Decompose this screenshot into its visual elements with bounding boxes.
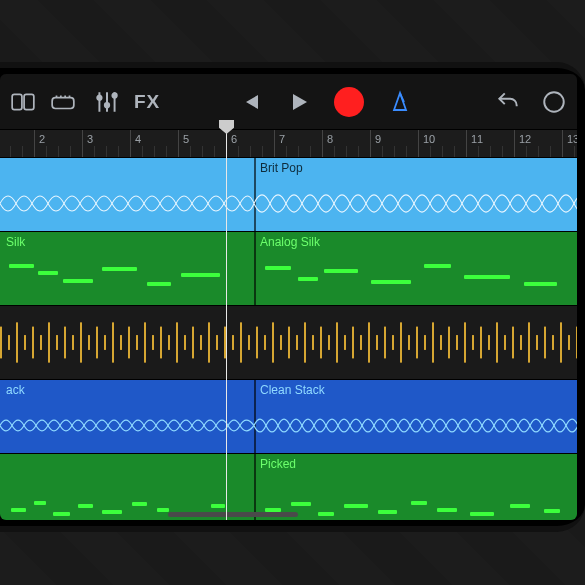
region[interactable]: Silk — [0, 232, 254, 305]
fx-button[interactable]: FX — [134, 91, 160, 113]
svg-rect-66 — [472, 335, 474, 350]
svg-rect-22 — [120, 335, 122, 350]
track-drummer[interactable] — [0, 306, 577, 380]
midi-notes — [4, 260, 250, 297]
region[interactable]: ack — [0, 380, 254, 453]
svg-rect-49 — [336, 322, 338, 362]
svg-point-5 — [112, 93, 116, 97]
svg-rect-53 — [368, 322, 370, 362]
toolbar: FX — [0, 74, 577, 130]
ruler-bar: 5 — [178, 130, 189, 157]
svg-rect-58 — [408, 335, 410, 350]
svg-rect-11 — [32, 327, 34, 359]
svg-rect-46 — [312, 335, 314, 350]
timeline-ruler[interactable]: 12345678910111213 — [0, 130, 577, 158]
region[interactable]: Analog Silk — [254, 232, 577, 305]
ruler-bar: 10 — [418, 130, 435, 157]
previous-icon[interactable] — [238, 90, 262, 114]
midi-notes — [258, 260, 577, 297]
svg-rect-64 — [456, 335, 458, 350]
mixer-icon[interactable] — [94, 89, 120, 115]
svg-rect-61 — [432, 322, 434, 362]
play-icon[interactable] — [286, 90, 310, 114]
svg-rect-57 — [400, 322, 402, 362]
view-toggle-icon[interactable] — [10, 89, 36, 115]
region[interactable]: Clean Stack — [254, 380, 577, 453]
svg-rect-65 — [464, 322, 466, 362]
svg-rect-42 — [280, 335, 282, 350]
playhead[interactable] — [226, 130, 227, 520]
svg-rect-32 — [200, 335, 202, 350]
svg-point-6 — [544, 92, 564, 112]
region-label: ack — [6, 383, 25, 397]
svg-rect-77 — [560, 322, 562, 362]
svg-rect-18 — [88, 335, 90, 350]
svg-rect-34 — [216, 335, 218, 350]
region[interactable]: Brit Pop — [254, 158, 577, 231]
svg-rect-79 — [576, 327, 577, 359]
waveform — [0, 404, 254, 447]
track-picked[interactable]: Picked — [0, 454, 577, 520]
svg-rect-56 — [392, 335, 394, 350]
midi-notes — [258, 482, 577, 519]
svg-rect-44 — [296, 335, 298, 350]
ruler-bar: 8 — [322, 130, 333, 157]
svg-rect-72 — [520, 335, 522, 350]
svg-rect-21 — [112, 322, 114, 362]
svg-rect-14 — [56, 335, 58, 350]
region-label: Silk — [6, 235, 25, 249]
svg-rect-29 — [176, 322, 178, 362]
svg-rect-40 — [264, 335, 266, 350]
svg-point-4 — [105, 103, 109, 107]
svg-rect-62 — [440, 335, 442, 350]
svg-rect-47 — [320, 327, 322, 359]
svg-rect-41 — [272, 322, 274, 362]
svg-rect-13 — [48, 322, 50, 362]
region[interactable]: Picked — [254, 454, 577, 520]
track-analog-silk[interactable]: Silk Analog Silk — [0, 232, 577, 306]
svg-rect-51 — [352, 327, 354, 359]
svg-rect-43 — [288, 327, 290, 359]
instruments-icon[interactable] — [50, 89, 76, 115]
svg-rect-0 — [12, 94, 22, 109]
waveform — [254, 404, 577, 447]
help-icon[interactable] — [541, 89, 567, 115]
svg-rect-30 — [184, 335, 186, 350]
svg-rect-20 — [104, 335, 106, 350]
ruler-bar: 2 — [34, 130, 45, 157]
horizontal-scrollbar[interactable] — [168, 512, 298, 517]
region-label: Clean Stack — [260, 383, 325, 397]
svg-rect-1 — [24, 94, 34, 109]
svg-rect-12 — [40, 335, 42, 350]
track-britpop[interactable]: Brit Pop — [0, 158, 577, 232]
region-label: Picked — [260, 457, 296, 471]
region[interactable] — [0, 454, 254, 520]
track-clean-stack[interactable]: ack Clean Stack — [0, 380, 577, 454]
ruler-bar: 11 — [466, 130, 483, 157]
svg-rect-48 — [328, 335, 330, 350]
region[interactable] — [0, 158, 254, 231]
svg-rect-54 — [376, 335, 378, 350]
svg-rect-19 — [96, 327, 98, 359]
record-button[interactable] — [334, 87, 364, 117]
region-label: Analog Silk — [260, 235, 320, 249]
svg-rect-70 — [504, 335, 506, 350]
svg-rect-24 — [136, 335, 138, 350]
undo-icon[interactable] — [495, 89, 521, 115]
svg-rect-38 — [248, 335, 250, 350]
ruler-bar: 12 — [514, 130, 531, 157]
svg-rect-37 — [240, 322, 242, 362]
metronome-icon[interactable] — [388, 90, 412, 114]
svg-rect-15 — [64, 327, 66, 359]
waveform — [254, 182, 577, 225]
tracks-area[interactable]: Brit Pop Silk Analog — [0, 158, 577, 520]
svg-rect-33 — [208, 322, 210, 362]
svg-rect-25 — [144, 322, 146, 362]
svg-rect-7 — [0, 327, 2, 359]
svg-rect-76 — [552, 335, 554, 350]
svg-rect-28 — [168, 335, 170, 350]
region[interactable] — [0, 306, 577, 379]
svg-rect-36 — [232, 335, 234, 350]
ruler-bar: 7 — [274, 130, 285, 157]
drum-waveform — [0, 316, 577, 369]
